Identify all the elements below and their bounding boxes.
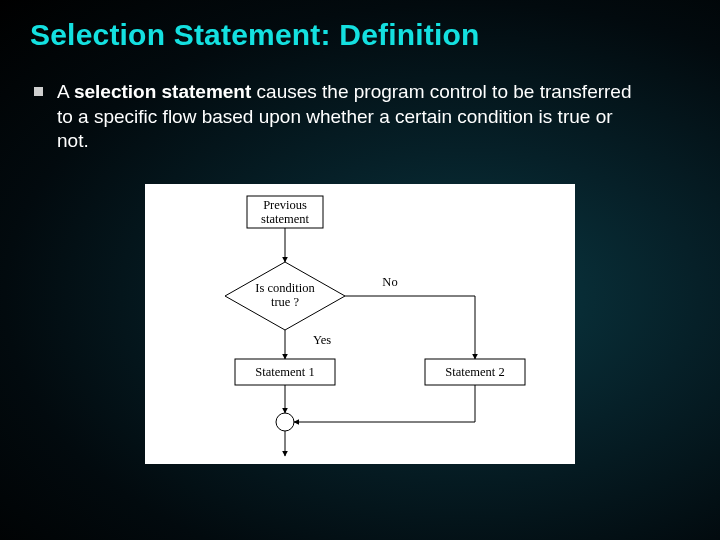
yes-label: Yes <box>313 333 331 347</box>
stmt2-label: Statement 2 <box>445 365 504 379</box>
no-label: No <box>382 275 397 289</box>
bullet-icon <box>34 87 43 96</box>
bullet-bold: selection statement <box>74 81 251 102</box>
bullet-text: A selection statement causes the program… <box>57 80 647 154</box>
merge-node <box>276 413 294 431</box>
previous-line1: Previous <box>263 198 307 212</box>
flowchart-diagram: Previous statement Is condition true ? N… <box>145 184 575 464</box>
page-title: Selection Statement: Definition <box>30 18 690 52</box>
flowchart-svg: Previous statement Is condition true ? N… <box>145 184 575 464</box>
arrow-stmt2-merge <box>294 385 475 422</box>
slide: Selection Statement: Definition A select… <box>0 0 720 540</box>
stmt1-label: Statement 1 <box>255 365 314 379</box>
bullet-prefix: A <box>57 81 74 102</box>
bullet-item: A selection statement causes the program… <box>30 80 690 154</box>
condition-line2: true ? <box>271 295 300 309</box>
condition-line1: Is condition <box>255 281 315 295</box>
previous-line2: statement <box>261 212 309 226</box>
arrow-no <box>345 296 475 359</box>
